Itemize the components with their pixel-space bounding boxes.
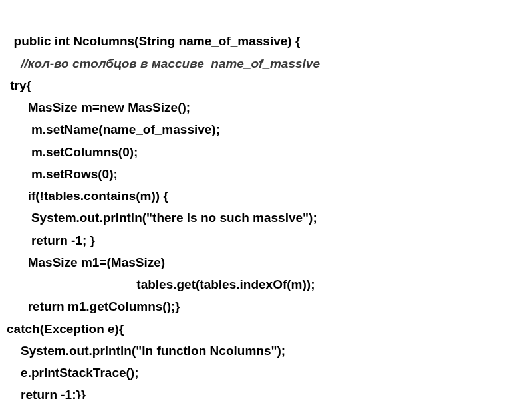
code-line: return -1; }: [7, 233, 95, 247]
code-line: m.setColumns(0);: [7, 145, 138, 159]
code-line: return -1;}}: [7, 388, 86, 399]
code-line: tables.get(tables.indexOf(m));: [7, 277, 315, 291]
code-snippet: public int Ncolumns(String name_of_massi…: [7, 8, 525, 399]
code-line: return m1.getColumns();}: [7, 299, 180, 313]
code-line: try{: [7, 78, 31, 92]
code-line: if(!tables.contains(m)) {: [7, 189, 168, 203]
code-line: System.out.println("In function Ncolumns…: [7, 344, 285, 358]
code-line: m.setRows(0);: [7, 167, 118, 181]
code-line: MasSize m1=(MasSize): [7, 255, 165, 269]
code-line: System.out.println("there is no such mas…: [7, 211, 317, 225]
code-line: public int Ncolumns(String name_of_massi…: [7, 34, 300, 48]
code-comment: //кол-во столбцов в массиве name_of_mass…: [21, 57, 320, 70]
code-line: MasSize m=new MasSize();: [7, 100, 190, 114]
code-line-prefix: [7, 57, 21, 70]
code-line: e.printStackTrace();: [7, 366, 139, 380]
code-line: m.setName(name_of_massive);: [7, 122, 220, 136]
code-line: catch(Exception e){: [7, 322, 124, 336]
